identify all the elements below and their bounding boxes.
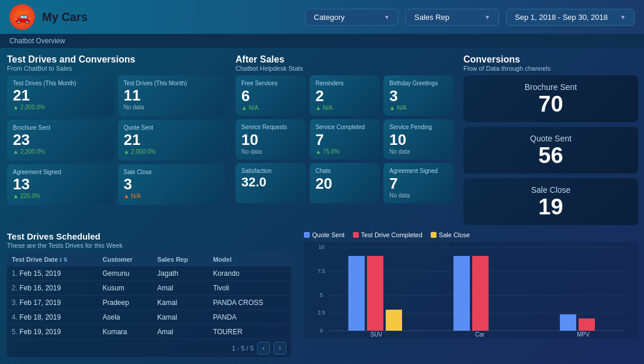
after-sales-row3: Satisfaction 32.0 Chats 20 Agreement Sig… — [236, 163, 454, 203]
conversions-subtitle: Flow of Data through channels — [463, 65, 638, 72]
logo-icon: 🚗 — [9, 4, 35, 30]
pagination: 1 - 5 / 5 ‹ › — [7, 339, 291, 357]
after-sales-title: After Sales — [236, 54, 454, 65]
next-page-button[interactable]: › — [273, 342, 286, 355]
after-card-service-completed: Service Completed 7 ▲ 75.0% — [310, 119, 380, 160]
date-range-dropdown[interactable]: Sep 1, 2018 - Sep 30, 2018 ▼ — [506, 9, 635, 26]
chart-legend: Quote Sent Test Drive Completed Sale Clo… — [304, 231, 638, 238]
table-row: 2. Feb 16, 2019 Kusum Amal Tivoli — [7, 281, 291, 296]
legend-saleclose-dot — [431, 232, 437, 238]
after-sales-row1: Free Services 6 ▲ N/A Reminders 2 ▲ N/A … — [236, 75, 454, 116]
stat-value-5: 3 — [124, 176, 220, 192]
col-model: Model — [208, 252, 291, 266]
after-card-agreement: Agreement Signed 7 No data — [383, 163, 454, 203]
bar-suv-quote — [348, 256, 365, 331]
legend-testdrive-label: Test Drive Completed — [361, 231, 423, 238]
conversion-sale: Sale Close 19 — [463, 178, 638, 225]
test-drives-table: Test Drive Date ℹ ⇅ Customer Sales Rep M… — [7, 252, 291, 339]
stat-sub-5: ▲ N/A — [124, 193, 220, 199]
test-drives-table-wrapper: Test Drive Date ℹ ⇅ Customer Sales Rep M… — [7, 252, 291, 357]
after-sales-subtitle: Chatbot Helpdesk Stats — [236, 65, 454, 72]
col-date: Test Drive Date ℹ ⇅ — [7, 252, 98, 266]
stat-card-1: Test Drives (This Month) 11 No data — [118, 75, 226, 116]
bar-mpv-testdrive — [579, 318, 595, 331]
svg-text:0: 0 — [320, 328, 323, 334]
stat-value-2: 23 — [13, 132, 109, 147]
conversion-quote: Quote Sent 56 — [463, 127, 638, 174]
prev-page-button[interactable]: ‹ — [257, 342, 270, 355]
legend-quote-dot — [304, 232, 310, 238]
after-card-free-services: Free Services 6 ▲ N/A — [236, 75, 306, 116]
after-card-reminders: Reminders 2 ▲ N/A — [310, 75, 380, 116]
svg-text:7.5: 7.5 — [318, 268, 326, 274]
svg-text:Car: Car — [475, 331, 485, 338]
legend-testdrive-dot — [353, 232, 359, 238]
header: 🚗 My Cars Category ▼ Sales Rep ▼ Sep 1, … — [0, 0, 644, 34]
stat-value-4: 13 — [13, 176, 109, 192]
stat-label-3: Quote Sent — [124, 124, 220, 131]
table-row: 5. Feb 19, 2019 Kumara Amal TOURER — [7, 325, 291, 339]
stat-card-3: Quote Sent 21 ▲ 2,000.0% — [118, 120, 226, 161]
stat-sub-3: ▲ 2,000.0% — [124, 148, 220, 155]
bar-mpv-quote — [560, 314, 576, 331]
bar-chart: 10 7.5 5 2.5 0 SUV — [304, 242, 638, 338]
table-row: 1. Feb 15, 2019 Gemunu Jagath Korando — [7, 266, 291, 281]
category-dropdown-arrow: ▼ — [384, 14, 390, 20]
col-customer: Customer — [98, 252, 153, 266]
test-drives-title: Test Drives and Conversions — [7, 54, 225, 65]
stat-card-5: Sale Close 3 ▲ N/A — [118, 164, 226, 205]
chart-section: Quote Sent Test Drive Completed Sale Clo… — [298, 227, 644, 364]
after-card-birthday: Birthday Greetings 3 ▲ N/A — [383, 75, 454, 116]
table-title: Test Drives Scheduled — [7, 231, 291, 242]
table-row: 4. Feb 18, 2019 Asela Kamal PANDA — [7, 310, 291, 325]
bar-suv-saleclose — [386, 310, 402, 331]
top-panels: Test Drives and Conversions From ChatBot… — [0, 48, 644, 227]
after-sales-panel: After Sales Chatbot Helpdesk Stats Free … — [231, 48, 459, 227]
conversion-cards: Brochure Sent 70 Quote Sent 56 Sale Clos… — [463, 75, 638, 225]
test-drives-panel: Test Drives and Conversions From ChatBot… — [0, 48, 231, 227]
conversion-brochure: Brochure Sent 70 — [463, 75, 638, 122]
stat-label-4: Agreement Signed — [13, 169, 109, 175]
bar-car-testdrive — [472, 256, 489, 331]
stat-label-0: Test Drives (This Month) — [13, 80, 109, 86]
date-range-dropdown-arrow: ▼ — [620, 14, 626, 20]
legend-saleclose-label: Sale Close — [439, 231, 470, 238]
after-card-service-pending: Service Pending 10 No data — [383, 119, 454, 160]
brand-title: My Cars — [42, 11, 88, 24]
conversions-title: Conversions — [463, 54, 638, 65]
table-section: Test Drives Scheduled These are the Test… — [0, 227, 298, 364]
col-sales-rep: Sales Rep — [153, 252, 208, 266]
stat-sub-1: No data — [124, 104, 220, 110]
svg-text:10: 10 — [318, 244, 324, 250]
bar-car-quote — [453, 256, 470, 331]
sales-rep-dropdown-arrow: ▼ — [484, 14, 490, 20]
sales-rep-dropdown[interactable]: Sales Rep ▼ — [406, 9, 499, 26]
stat-card-0: Test Drives (This Month) 21 ▲ 2,000.0% — [7, 75, 115, 116]
svg-text:5: 5 — [320, 292, 323, 298]
svg-text:2.5: 2.5 — [318, 310, 326, 316]
stat-value-3: 21 — [124, 132, 220, 147]
stat-card-4: Agreement Signed 13 ▲ 225.0% — [7, 164, 115, 205]
stat-card-2: Brochure Sent 23 ▲ 2,200.0% — [7, 120, 115, 161]
stat-sub-0: ▲ 2,000.0% — [13, 104, 109, 110]
after-card-satisfaction: Satisfaction 32.0 — [236, 163, 306, 203]
stat-value-1: 11 — [124, 88, 220, 103]
category-dropdown[interactable]: Category ▼ — [305, 9, 399, 26]
after-card-chats: Chats 20 — [310, 163, 380, 203]
after-card-service-req: Service Requests 10 No data — [236, 119, 306, 160]
conversions-panel: Conversions Flow of Data through channel… — [459, 48, 644, 227]
stat-value-0: 21 — [13, 88, 109, 103]
svg-text:SUV: SUV — [371, 331, 383, 338]
header-dropdowns: Category ▼ Sales Rep ▼ Sep 1, 2018 - Sep… — [305, 9, 635, 26]
legend-quote-label: Quote Sent — [312, 231, 345, 238]
table-row: 3. Feb 17, 2019 Pradeep Kamal PANDA CROS… — [7, 296, 291, 310]
stat-label-2: Brochure Sent — [13, 124, 109, 131]
pagination-info: 1 - 5 / 5 — [232, 345, 254, 352]
bar-suv-testdrive — [367, 256, 383, 331]
bottom-section: Test Drives Scheduled These are the Test… — [0, 227, 644, 364]
test-drives-grid: Test Drives (This Month) 21 ▲ 2,000.0% T… — [7, 75, 225, 205]
subtitle-bar: Chatbot Overview — [0, 34, 644, 48]
stat-sub-2: ▲ 2,200.0% — [13, 148, 109, 155]
stat-label-1: Test Drives (This Month) — [124, 80, 220, 86]
stat-label-5: Sale Close — [124, 169, 220, 175]
